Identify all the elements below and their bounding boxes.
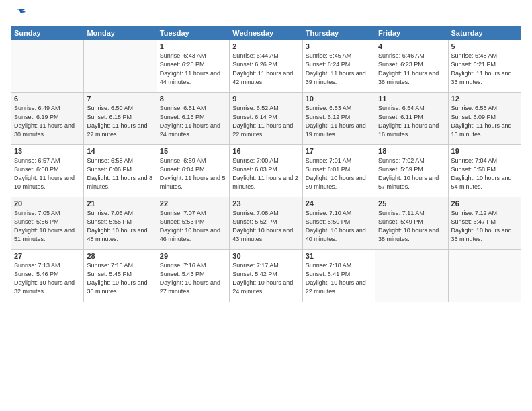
day-number: 7 (87, 95, 153, 103)
day-info: Sunrise: 6:51 AM Sunset: 6:16 PM Dayligh… (160, 104, 226, 139)
calendar-cell: 30Sunrise: 7:17 AM Sunset: 5:42 PM Dayli… (230, 250, 302, 302)
calendar-cell: 15Sunrise: 6:59 AM Sunset: 6:04 PM Dayli… (157, 145, 229, 197)
calendar-table: SundayMondayTuesdayWednesdayThursdayFrid… (11, 26, 521, 302)
calendar-cell: 5Sunrise: 6:48 AM Sunset: 6:21 PM Daylig… (448, 40, 521, 93)
calendar-cell: 24Sunrise: 7:10 AM Sunset: 5:50 PM Dayli… (302, 197, 375, 250)
calendar-week-row: 27Sunrise: 7:13 AM Sunset: 5:46 PM Dayli… (11, 250, 521, 302)
day-info: Sunrise: 6:52 AM Sunset: 6:14 PM Dayligh… (232, 104, 299, 139)
day-number: 23 (232, 199, 299, 208)
calendar-cell: 8Sunrise: 6:51 AM Sunset: 6:16 PM Daylig… (157, 93, 229, 145)
day-number: 19 (451, 147, 518, 155)
day-info: Sunrise: 7:08 AM Sunset: 5:52 PM Dayligh… (232, 209, 299, 244)
day-number: 18 (378, 147, 445, 155)
logo (11, 8, 26, 20)
day-info: Sunrise: 7:05 AM Sunset: 5:56 PM Dayligh… (14, 209, 81, 244)
day-info: Sunrise: 7:04 AM Sunset: 5:58 PM Dayligh… (451, 156, 518, 191)
day-number: 16 (232, 147, 299, 155)
calendar-cell: 29Sunrise: 7:16 AM Sunset: 5:43 PM Dayli… (157, 250, 229, 302)
calendar-cell: 16Sunrise: 7:00 AM Sunset: 6:03 PM Dayli… (230, 145, 302, 197)
calendar-cell: 22Sunrise: 7:07 AM Sunset: 5:53 PM Dayli… (157, 197, 229, 250)
calendar-cell: 26Sunrise: 7:12 AM Sunset: 5:47 PM Dayli… (448, 197, 521, 250)
weekday-header: Sunday (11, 26, 84, 40)
day-info: Sunrise: 6:48 AM Sunset: 6:21 PM Dayligh… (451, 52, 518, 87)
calendar-cell: 14Sunrise: 6:58 AM Sunset: 6:06 PM Dayli… (84, 145, 157, 197)
calendar-cell (84, 40, 157, 93)
day-number: 26 (451, 199, 518, 208)
day-info: Sunrise: 6:43 AM Sunset: 6:28 PM Dayligh… (160, 52, 226, 87)
day-number: 30 (232, 252, 299, 260)
day-number: 3 (306, 42, 372, 50)
day-info: Sunrise: 6:49 AM Sunset: 6:19 PM Dayligh… (14, 104, 81, 139)
day-number: 28 (87, 252, 153, 260)
calendar-cell: 6Sunrise: 6:49 AM Sunset: 6:19 PM Daylig… (11, 93, 84, 145)
logo-bird-icon (13, 8, 26, 19)
day-info: Sunrise: 7:07 AM Sunset: 5:53 PM Dayligh… (160, 209, 226, 244)
calendar-cell: 23Sunrise: 7:08 AM Sunset: 5:52 PM Dayli… (230, 197, 302, 250)
day-info: Sunrise: 7:12 AM Sunset: 5:47 PM Dayligh… (451, 209, 518, 244)
day-info: Sunrise: 6:45 AM Sunset: 6:24 PM Dayligh… (306, 52, 372, 87)
calendar-cell: 20Sunrise: 7:05 AM Sunset: 5:56 PM Dayli… (11, 197, 84, 250)
calendar-cell (11, 40, 84, 93)
day-number: 4 (378, 42, 445, 50)
day-number: 21 (87, 199, 153, 208)
calendar-cell: 18Sunrise: 7:02 AM Sunset: 5:59 PM Dayli… (375, 145, 448, 197)
day-number: 27 (14, 252, 81, 260)
calendar-cell: 9Sunrise: 6:52 AM Sunset: 6:14 PM Daylig… (230, 93, 302, 145)
day-info: Sunrise: 6:54 AM Sunset: 6:11 PM Dayligh… (378, 104, 445, 139)
calendar-cell: 2Sunrise: 6:44 AM Sunset: 6:26 PM Daylig… (230, 40, 302, 93)
calendar-cell: 17Sunrise: 7:01 AM Sunset: 6:01 PM Dayli… (302, 145, 375, 197)
day-info: Sunrise: 7:06 AM Sunset: 5:55 PM Dayligh… (87, 209, 153, 244)
weekday-header: Wednesday (230, 26, 302, 40)
page: SundayMondayTuesdayWednesdayThursdayFrid… (0, 0, 532, 411)
calendar-cell: 1Sunrise: 6:43 AM Sunset: 6:28 PM Daylig… (157, 40, 229, 93)
day-info: Sunrise: 6:53 AM Sunset: 6:12 PM Dayligh… (306, 104, 372, 139)
calendar-cell: 27Sunrise: 7:13 AM Sunset: 5:46 PM Dayli… (11, 250, 84, 302)
day-info: Sunrise: 7:11 AM Sunset: 5:49 PM Dayligh… (378, 209, 445, 244)
day-number: 29 (160, 252, 226, 260)
day-info: Sunrise: 7:18 AM Sunset: 5:41 PM Dayligh… (306, 261, 372, 296)
weekday-header: Tuesday (157, 26, 229, 40)
calendar-header-row: SundayMondayTuesdayWednesdayThursdayFrid… (11, 26, 521, 40)
calendar-cell: 21Sunrise: 7:06 AM Sunset: 5:55 PM Dayli… (84, 197, 157, 250)
day-number: 12 (451, 95, 518, 103)
day-info: Sunrise: 7:00 AM Sunset: 6:03 PM Dayligh… (232, 156, 299, 191)
day-number: 9 (232, 95, 299, 103)
calendar-cell (448, 250, 521, 302)
day-info: Sunrise: 6:59 AM Sunset: 6:04 PM Dayligh… (160, 156, 226, 191)
calendar-week-row: 1Sunrise: 6:43 AM Sunset: 6:28 PM Daylig… (11, 40, 521, 93)
calendar-week-row: 13Sunrise: 6:57 AM Sunset: 6:08 PM Dayli… (11, 145, 521, 197)
day-info: Sunrise: 7:16 AM Sunset: 5:43 PM Dayligh… (160, 261, 226, 296)
calendar-cell (375, 250, 448, 302)
day-info: Sunrise: 6:55 AM Sunset: 6:09 PM Dayligh… (451, 104, 518, 139)
day-number: 1 (160, 42, 226, 50)
day-number: 20 (14, 199, 81, 208)
day-number: 11 (378, 95, 445, 103)
calendar-cell: 11Sunrise: 6:54 AM Sunset: 6:11 PM Dayli… (375, 93, 448, 145)
calendar-cell: 25Sunrise: 7:11 AM Sunset: 5:49 PM Dayli… (375, 197, 448, 250)
day-number: 15 (160, 147, 226, 155)
day-info: Sunrise: 7:15 AM Sunset: 5:45 PM Dayligh… (87, 261, 153, 296)
day-info: Sunrise: 7:02 AM Sunset: 5:59 PM Dayligh… (378, 156, 445, 191)
calendar-cell: 19Sunrise: 7:04 AM Sunset: 5:58 PM Dayli… (448, 145, 521, 197)
weekday-header: Saturday (448, 26, 521, 40)
day-info: Sunrise: 6:50 AM Sunset: 6:18 PM Dayligh… (87, 104, 153, 139)
day-info: Sunrise: 6:44 AM Sunset: 6:26 PM Dayligh… (232, 52, 299, 87)
header (11, 8, 521, 20)
day-number: 5 (451, 42, 518, 50)
day-number: 10 (306, 95, 372, 103)
weekday-header: Monday (84, 26, 157, 40)
calendar-cell: 3Sunrise: 6:45 AM Sunset: 6:24 PM Daylig… (302, 40, 375, 93)
calendar-cell: 13Sunrise: 6:57 AM Sunset: 6:08 PM Dayli… (11, 145, 84, 197)
day-info: Sunrise: 6:57 AM Sunset: 6:08 PM Dayligh… (14, 156, 81, 191)
weekday-header: Thursday (302, 26, 375, 40)
day-number: 6 (14, 95, 81, 103)
day-number: 8 (160, 95, 226, 103)
day-number: 25 (378, 199, 445, 208)
calendar-week-row: 20Sunrise: 7:05 AM Sunset: 5:56 PM Dayli… (11, 197, 521, 250)
calendar-cell: 12Sunrise: 6:55 AM Sunset: 6:09 PM Dayli… (448, 93, 521, 145)
calendar-cell: 28Sunrise: 7:15 AM Sunset: 5:45 PM Dayli… (84, 250, 157, 302)
day-number: 31 (306, 252, 372, 260)
weekday-header: Friday (375, 26, 448, 40)
calendar-cell: 4Sunrise: 6:46 AM Sunset: 6:23 PM Daylig… (375, 40, 448, 93)
day-info: Sunrise: 7:10 AM Sunset: 5:50 PM Dayligh… (306, 209, 372, 244)
